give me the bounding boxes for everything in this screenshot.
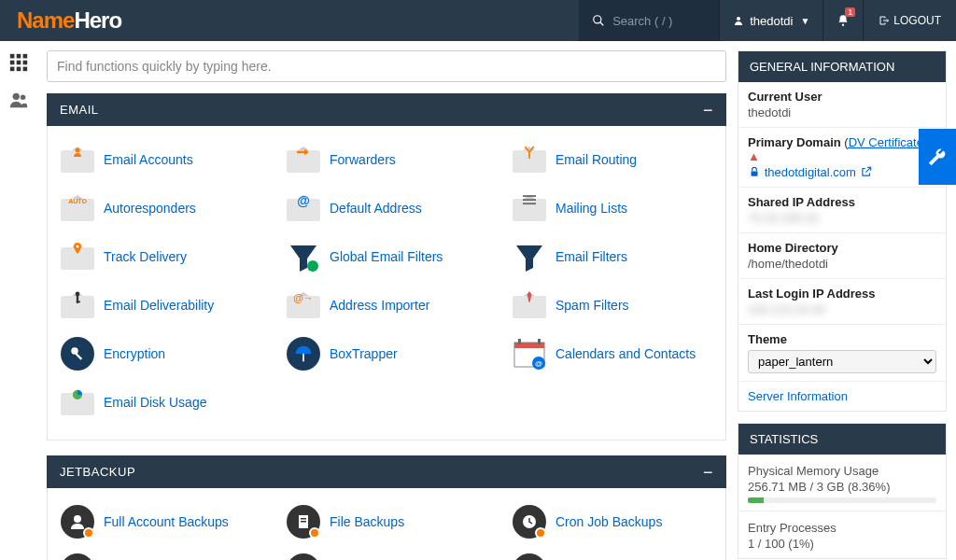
panel-email: EMAIL − Email AccountsForwardersEmail Ro…: [47, 93, 726, 441]
panel-head-jetbackup[interactable]: JETBACKUP −: [47, 455, 726, 488]
app-item[interactable]: Forwarders: [274, 135, 499, 184]
panel-title: EMAIL: [60, 103, 99, 117]
app-item[interactable]: Database Backups: [274, 546, 499, 560]
mem-label: Physical Memory Usage: [748, 464, 936, 478]
app-link[interactable]: Cron Job Backups: [555, 514, 662, 529]
svg-rect-8: [17, 61, 21, 65]
app-item[interactable]: Cron Job Backups: [499, 497, 725, 546]
app-link[interactable]: Email Deliverability: [104, 298, 214, 313]
collapse-icon[interactable]: −: [703, 105, 713, 115]
svg-line-1: [600, 22, 604, 26]
app-item[interactable]: Encryption: [48, 329, 274, 378]
user-menu[interactable]: thedotdi ▼: [720, 0, 822, 41]
dv-cert-link[interactable]: DV Certificate: [849, 135, 923, 149]
svg-rect-26: [302, 354, 304, 361]
app-link[interactable]: Forwarders: [330, 152, 396, 167]
panel-head-email[interactable]: EMAIL −: [47, 93, 726, 126]
home-dir-label: Home Directory: [748, 241, 936, 255]
app-link[interactable]: Address Importer: [330, 298, 429, 313]
app-link[interactable]: BoxTrapper: [330, 346, 398, 361]
app-icon: [513, 505, 546, 539]
app-icon: [513, 288, 546, 322]
app-item[interactable]: @Calendars and Contacts: [499, 329, 725, 378]
logout-button[interactable]: LOGOUT: [864, 0, 956, 41]
app-icon: AUTO: [61, 191, 94, 225]
app-link[interactable]: Mailing Lists: [555, 201, 627, 216]
app-link[interactable]: Global Email Filters: [330, 249, 443, 264]
shared-ip-value: 75.34.208.40: [748, 211, 936, 225]
app-item[interactable]: @Default Address: [274, 184, 499, 232]
user-icon: [733, 15, 744, 26]
users-icon[interactable]: [8, 90, 29, 110]
svg-point-14: [21, 95, 26, 101]
app-link[interactable]: Default Address: [330, 201, 422, 216]
app-item[interactable]: Email Accounts: [48, 135, 274, 184]
svg-point-3: [842, 24, 844, 26]
app-item[interactable]: @→Address Importer: [274, 281, 499, 329]
collapse-icon[interactable]: −: [703, 468, 713, 477]
primary-domain-label: Primary Domain (DV Certificate): [748, 135, 936, 149]
app-link[interactable]: Email Filters: [555, 249, 627, 264]
svg-rect-37: [301, 521, 306, 523]
svg-rect-4: [10, 54, 15, 59]
svg-point-2: [737, 17, 740, 21]
app-item[interactable]: Email Routing: [499, 135, 725, 184]
app-link[interactable]: Autoresponders: [104, 201, 196, 216]
app-link[interactable]: Full Account Backups: [104, 514, 229, 529]
caret-down-icon: ▼: [800, 16, 809, 26]
notifications[interactable]: 1: [823, 0, 863, 41]
app-item[interactable]: Full Account Backups: [48, 497, 274, 546]
app-item[interactable]: Mailing Lists: [499, 184, 725, 232]
app-link[interactable]: Track Delivery: [104, 249, 187, 264]
svg-rect-25: [76, 353, 82, 359]
app-link[interactable]: Calendars and Contacts: [555, 346, 696, 361]
app-icon: [61, 240, 94, 273]
theme-select[interactable]: paper_lantern: [748, 350, 936, 373]
quick-search-input[interactable]: [47, 50, 726, 82]
svg-rect-30: [538, 339, 541, 344]
app-item[interactable]: Spam Filters: [499, 281, 725, 329]
wrench-tab[interactable]: [919, 129, 956, 185]
primary-domain-link[interactable]: thedotdigital.com: [765, 165, 873, 179]
current-user-value: thedotdi: [748, 105, 936, 119]
topbar-search[interactable]: [579, 0, 719, 41]
entry-value: 1 / 100 (1%): [748, 537, 936, 551]
app-icon: @→: [287, 288, 320, 322]
server-info-link[interactable]: Server Information: [748, 389, 848, 403]
svg-point-0: [594, 16, 601, 23]
app-item[interactable]: File Backups: [274, 497, 499, 546]
logo[interactable]: NameHero: [0, 7, 138, 34]
warning-icon: ▲: [748, 149, 936, 163]
app-item[interactable]: Email Deliverability: [48, 281, 274, 329]
app-link[interactable]: Spam Filters: [555, 298, 629, 313]
app-icon: [287, 337, 320, 371]
svg-rect-10: [10, 67, 15, 72]
sidebar-head: STATISTICS: [738, 424, 946, 455]
svg-rect-7: [10, 61, 15, 65]
home-dir-value: /home/thedotdi: [748, 257, 936, 271]
app-item[interactable]: DNS Zone Backups: [48, 546, 274, 560]
app-item[interactable]: Email Filters: [499, 232, 725, 281]
app-item[interactable]: AUTOAutoresponders: [48, 184, 274, 232]
svg-point-15: [76, 148, 80, 153]
app-link[interactable]: Email Accounts: [104, 152, 193, 167]
app-icon: [513, 143, 546, 176]
app-link[interactable]: Email Disk Usage: [104, 395, 206, 410]
panel-jetbackup: JETBACKUP − Full Account BackupsFile Bac…: [47, 455, 726, 560]
mem-value: 256.71 MB / 3 GB (8.36%): [748, 480, 936, 494]
app-icon: [513, 240, 546, 273]
app-item[interactable]: Email Disk Usage: [48, 378, 274, 427]
app-item[interactable]: Email Backups: [499, 546, 725, 560]
app-link[interactable]: Encryption: [104, 346, 165, 361]
general-info-panel: GENERAL INFORMATION Current User thedotd…: [738, 50, 947, 412]
app-item[interactable]: BoxTrapper: [274, 329, 499, 378]
app-link[interactable]: File Backups: [330, 514, 404, 529]
lock-icon: [748, 165, 761, 178]
app-icon: [513, 191, 546, 225]
search-input[interactable]: [612, 14, 696, 28]
theme-label: Theme: [748, 332, 936, 346]
app-item[interactable]: Track Delivery: [48, 232, 274, 281]
app-item[interactable]: Global Email Filters: [274, 232, 499, 281]
apps-grid-icon[interactable]: [8, 52, 29, 73]
app-link[interactable]: Email Routing: [555, 152, 637, 167]
